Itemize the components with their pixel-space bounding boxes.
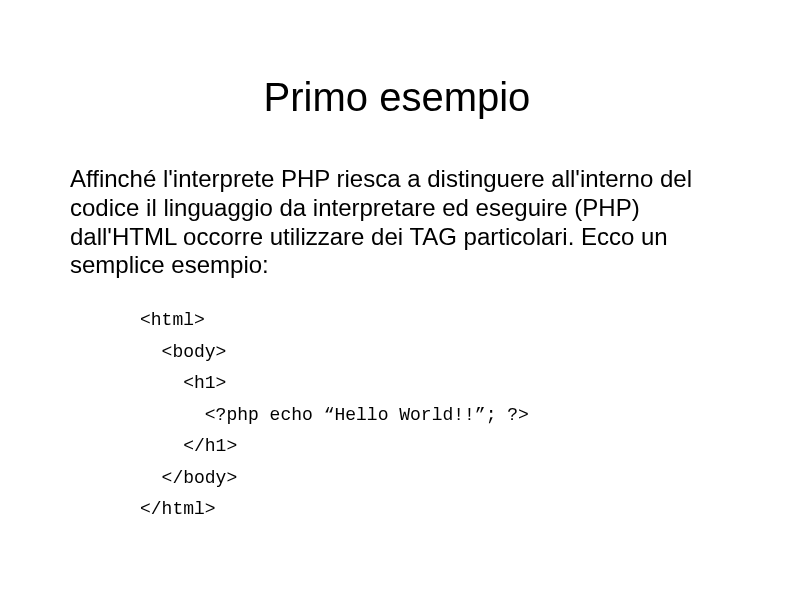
slide-title: Primo esempio	[60, 75, 734, 120]
code-line: </html>	[140, 494, 734, 526]
slide-paragraph: Affinché l'interprete PHP riesca a disti…	[70, 165, 734, 280]
code-example: <html> <body> <h1> <?php echo “Hello Wor…	[140, 305, 734, 526]
code-line: <body>	[140, 337, 734, 369]
slide-container: Primo esempio Affinché l'interprete PHP …	[0, 0, 794, 526]
code-line: </h1>	[140, 431, 734, 463]
code-line: </body>	[140, 463, 734, 495]
code-line: <html>	[140, 305, 734, 337]
code-line: <h1>	[140, 368, 734, 400]
code-line: <?php echo “Hello World!!”; ?>	[140, 400, 734, 432]
